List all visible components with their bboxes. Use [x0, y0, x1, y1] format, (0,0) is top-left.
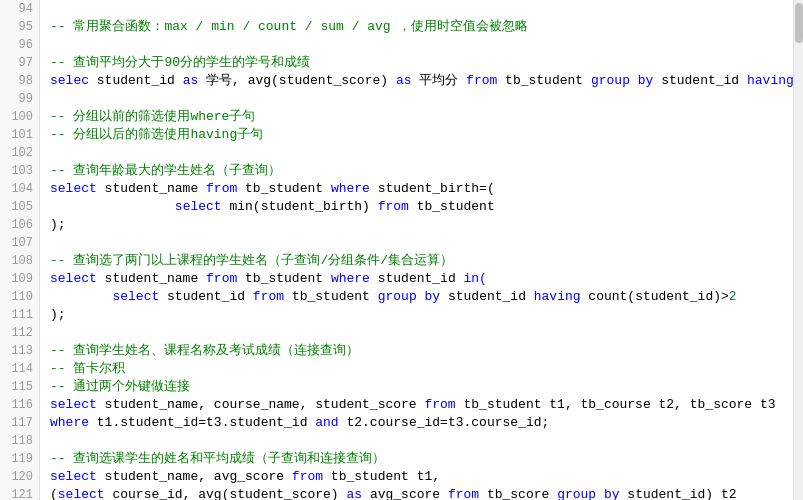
line-number: 95	[0, 18, 33, 36]
token-plain: tb_student	[292, 289, 378, 304]
code-line: select student_name from tb_student wher…	[50, 270, 803, 288]
line-number: 120	[0, 468, 33, 486]
code-content[interactable]: -- 常用聚合函数：max / min / count / sum / avg …	[40, 0, 803, 500]
token-plain: student_name	[105, 181, 206, 196]
token-keyword: from	[206, 181, 245, 196]
token-keyword: where	[331, 181, 378, 196]
line-number: 106	[0, 216, 33, 234]
token-plain	[50, 199, 175, 214]
code-line	[50, 324, 803, 342]
token-comment: -- 查询选课学生的姓名和平均成绩（子查询和连接查询）	[50, 451, 385, 466]
line-number: 103	[0, 162, 33, 180]
code-line: select student_id from tb_student group …	[50, 288, 803, 306]
line-number: 94	[0, 0, 33, 18]
line-number: 110	[0, 288, 33, 306]
code-line: );	[50, 216, 803, 234]
code-line	[50, 0, 803, 18]
code-line: -- 分组以前的筛选使用where子句	[50, 108, 803, 126]
editor-container: 9495969798991001011021031041051061071081…	[0, 0, 803, 500]
code-line: (select course_id, avg(student_score) as…	[50, 486, 803, 500]
token-keyword: select	[50, 181, 105, 196]
token-keyword: in(	[464, 271, 487, 286]
token-keyword: as	[346, 487, 369, 500]
token-comment: -- 笛卡尔积	[50, 361, 125, 376]
token-plain: (	[50, 487, 58, 500]
token-keyword: select	[50, 469, 105, 484]
line-number: 98	[0, 72, 33, 90]
code-line: -- 常用聚合函数：max / min / count / sum / avg …	[50, 18, 803, 36]
line-number: 114	[0, 360, 33, 378]
token-plain: tb_student	[245, 271, 331, 286]
token-keyword: from	[448, 487, 487, 500]
code-line: -- 通过两个外键做连接	[50, 378, 803, 396]
token-keyword: and	[315, 415, 346, 430]
token-plain: 平均分	[419, 73, 466, 88]
line-number: 108	[0, 252, 33, 270]
token-plain: tb_student	[417, 199, 495, 214]
token-keyword: select	[50, 271, 105, 286]
line-numbers: 9495969798991001011021031041051061071081…	[0, 0, 40, 500]
token-plain: student_id	[448, 289, 534, 304]
token-keyword: select	[112, 289, 167, 304]
code-line: -- 查询年龄最大的学生姓名（子查询）	[50, 162, 803, 180]
token-plain: tb_student t1, tb_course t2, tb_score t3	[463, 397, 775, 412]
token-plain: student_id	[167, 289, 253, 304]
line-number: 118	[0, 432, 33, 450]
line-number: 99	[0, 90, 33, 108]
code-line: select student_name, avg_score from tb_s…	[50, 468, 803, 486]
token-plain: min(student_birth)	[229, 199, 377, 214]
token-keyword: from	[253, 289, 292, 304]
token-plain: t1.student_id=t3.student_id	[97, 415, 315, 430]
token-plain: student_name, course_name, student_score	[105, 397, 425, 412]
token-comment: -- 分组以后的筛选使用having子句	[50, 127, 263, 142]
code-line: -- 分组以后的筛选使用having子句	[50, 126, 803, 144]
code-line	[50, 144, 803, 162]
token-plain: count(student_id)>	[588, 289, 728, 304]
token-keyword: from	[378, 199, 417, 214]
token-plain: student_birth=(	[378, 181, 495, 196]
token-plain: tb_student	[505, 73, 591, 88]
token-plain: tb_score	[487, 487, 557, 500]
line-number: 109	[0, 270, 33, 288]
token-number: 2	[729, 289, 737, 304]
token-plain: tb_student t1,	[331, 469, 440, 484]
code-line: );	[50, 306, 803, 324]
code-line: -- 笛卡尔积	[50, 360, 803, 378]
code-line	[50, 432, 803, 450]
line-number: 105	[0, 198, 33, 216]
line-number: 113	[0, 342, 33, 360]
scrollbar[interactable]	[793, 0, 803, 500]
token-comment: -- 查询平均分大于90分的学生的学号和成绩	[50, 55, 310, 70]
code-line	[50, 234, 803, 252]
code-line: -- 查询平均分大于90分的学生的学号和成绩	[50, 54, 803, 72]
code-line	[50, 90, 803, 108]
token-keyword: select	[58, 487, 113, 500]
line-number: 97	[0, 54, 33, 72]
token-comment: -- 查询选了两门以上课程的学生姓名（子查询/分组条件/集合运算）	[50, 253, 453, 268]
token-comment: -- 常用聚合函数：max / min / count / sum / avg …	[50, 19, 528, 34]
line-number: 107	[0, 234, 33, 252]
token-keyword: as	[183, 73, 206, 88]
line-number: 112	[0, 324, 33, 342]
token-comment: -- 分组以前的筛选使用where子句	[50, 109, 255, 124]
token-keyword: as	[396, 73, 419, 88]
token-plain: t2.course_id=t3.course_id;	[346, 415, 549, 430]
token-keyword: where	[331, 271, 378, 286]
token-plain: student_name	[105, 271, 206, 286]
token-comment: -- 查询学生姓名、课程名称及考试成绩（连接查询）	[50, 343, 359, 358]
line-number: 116	[0, 396, 33, 414]
token-plain: avg_score	[370, 487, 448, 500]
code-line: select min(student_birth) from tb_studen…	[50, 198, 803, 216]
token-keyword: group by	[378, 289, 448, 304]
token-comment: -- 通过两个外键做连接	[50, 379, 190, 394]
token-plain: student_id) t2	[627, 487, 736, 500]
token-plain: student_id	[378, 271, 464, 286]
scrollbar-thumb[interactable]	[795, 3, 803, 43]
token-keyword: from	[466, 73, 505, 88]
code-line: select student_name from tb_student wher…	[50, 180, 803, 198]
line-number: 115	[0, 378, 33, 396]
code-line: selec student_id as 学号, avg(student_scor…	[50, 72, 803, 90]
code-line: -- 查询学生姓名、课程名称及考试成绩（连接查询）	[50, 342, 803, 360]
token-plain	[50, 289, 112, 304]
token-keyword: where	[50, 415, 97, 430]
